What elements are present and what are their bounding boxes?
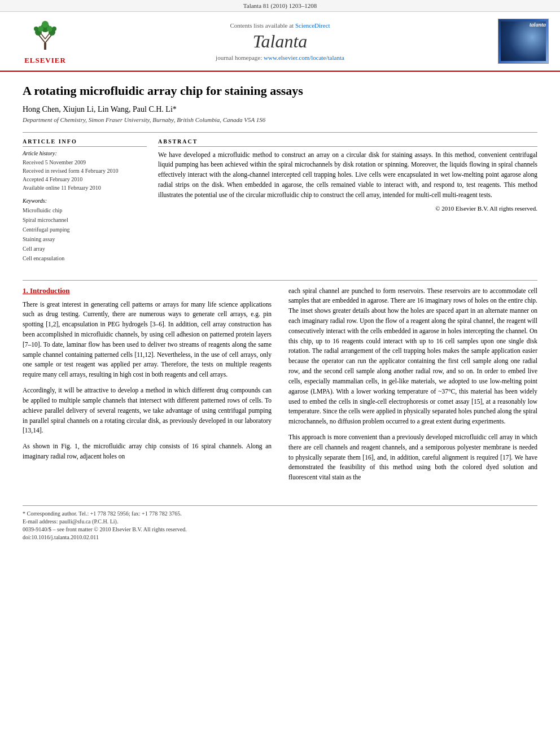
journal-header: ELSEVIER Contents lists available at Sci… [0,12,560,72]
journal-title-section: Contents lists available at ScienceDirec… [79,22,481,61]
article-footer: * Corresponding author. Tel.: +1 778 782… [23,505,537,540]
corresponding-author-note: * Corresponding author. Tel.: +1 778 782… [23,510,537,517]
svg-point-12 [52,27,56,31]
journal-cover-section: talanta [481,19,549,64]
history-label: Article history: [23,150,147,156]
svg-point-9 [47,26,53,32]
elsevier-tree-icon [28,18,62,51]
intro-paragraph-2: Accordingly, it will be attractive to de… [23,386,272,436]
right-paragraph-2: This approach is more convenient than a … [288,433,537,483]
history-item-2: Received in revised form 4 February 2010 [23,167,147,175]
copyright-text: © 2010 Elsevier B.V. All rights reserved… [158,205,537,212]
keywords-list: Microfluidic chip Spiral microchannel Ce… [23,206,147,263]
svg-point-11 [34,27,38,31]
history-item-3: Accepted 4 February 2010 [23,175,147,184]
keywords-section: Keywords: Microfluidic chip Spiral micro… [23,198,147,263]
right-paragraph-1: each spiral channel are punched to form … [288,286,537,427]
issn-note: 0039-9140/$ – see front matter © 2010 El… [23,526,537,532]
left-column: 1. Introduction There is great interest … [23,286,274,488]
history-item-4: Available online 11 February 2010 [23,184,147,192]
keyword-5: Cell array [23,244,147,254]
journal-logo-section: ELSEVIER [11,18,79,65]
elsevier-logo: ELSEVIER [11,18,79,65]
keyword-6: Cell encapsulation [23,254,147,263]
authors-text: Hong Chen, Xiujun Li, Lin Wang, Paul C.H… [23,105,177,113]
citation-bar: Talanta 81 (2010) 1203–1208 [0,0,560,12]
abstract-text: We have developed a microfluidic method … [158,150,537,200]
article-info-header: ARTICLE INFO [23,138,147,147]
intro-section-title: 1. Introduction [23,286,272,295]
article-info-panel: ARTICLE INFO Article history: Received 5… [23,138,147,269]
divider-1 [23,132,537,133]
sciencedirect-link: Contents lists available at ScienceDirec… [79,22,481,29]
journal-homepage-line: journal homepage: www.elsevier.com/locat… [79,54,481,61]
abstract-header: ABSTRACT [158,138,537,147]
keyword-2: Spiral microchannel [23,215,147,225]
article-page: A rotating microfluidic array chip for s… [0,72,560,553]
journal-name: Talanta [79,31,481,52]
history-item-1: Received 5 November 2009 [23,158,147,167]
article-history: Article history: Received 5 November 200… [23,150,147,192]
email-note: E-mail address: paulli@sfu.ca (P.C.H. Li… [23,518,537,525]
journal-url[interactable]: www.elsevier.com/locate/talanta [264,54,344,61]
svg-point-10 [42,21,49,28]
intro-paragraph-1: There is great interest in generating ce… [23,300,272,381]
abstract-panel: ABSTRACT We have developed a microfluidi… [158,138,537,269]
divider-2 [23,280,537,281]
keyword-3: Centrifugal pumping [23,225,147,234]
intro-paragraph-3: As shown in Fig. 1, the microfluidic arr… [23,442,272,462]
svg-line-1 [38,34,45,43]
talanta-cover-image: talanta [498,19,549,64]
article-title: A rotating microfluidic array chip for s… [23,83,537,99]
cover-label: talanta [530,21,546,28]
citation-text: Talanta 81 (2010) 1203–1208 [243,2,317,9]
svg-rect-0 [44,43,46,50]
elsevier-wordmark: ELSEVIER [24,56,66,65]
keyword-4: Staining assay [23,234,147,244]
svg-point-8 [38,26,43,32]
authors-line: Hong Chen, Xiujun Li, Lin Wang, Paul C.H… [23,105,537,114]
article-info-abstract: ARTICLE INFO Article history: Received 5… [23,138,537,269]
doi-note: doi:10.1016/j.talanta.2010.02.011 [23,534,537,540]
keywords-label: Keywords: [23,198,147,204]
main-content: 1. Introduction There is great interest … [23,286,537,488]
right-column: each spiral channel are punched to form … [286,286,537,488]
keyword-1: Microfluidic chip [23,206,147,215]
svg-line-2 [45,34,52,43]
sciencedirect-anchor[interactable]: ScienceDirect [295,22,330,29]
affiliation-line: Department of Chemistry, Simon Fraser Un… [23,116,537,123]
